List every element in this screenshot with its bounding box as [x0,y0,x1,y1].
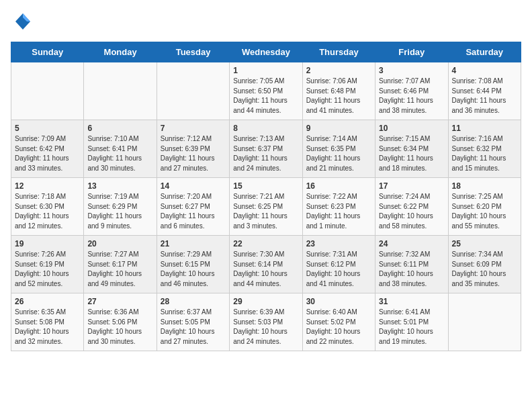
day-info: Sunrise: 7:16 AM Sunset: 6:32 PM Dayligh… [452,134,517,173]
day-number: 15 [233,181,298,191]
day-number: 10 [379,124,444,133]
calendar-cell: 12Sunrise: 7:18 AM Sunset: 6:30 PM Dayli… [11,178,84,236]
day-number: 24 [379,239,444,248]
day-number: 30 [306,297,371,306]
day-number: 26 [15,297,80,306]
day-number: 7 [161,124,226,133]
calendar-week-row: 5Sunrise: 7:09 AM Sunset: 6:42 PM Daylig… [11,120,521,178]
calendar-cell: 18Sunrise: 7:25 AM Sunset: 6:20 PM Dayli… [448,178,521,236]
day-info: Sunrise: 7:07 AM Sunset: 6:46 PM Dayligh… [379,77,444,116]
calendar-cell: 7Sunrise: 7:12 AM Sunset: 6:39 PM Daylig… [157,120,229,178]
logo-icon [15,12,30,34]
day-number: 13 [87,181,152,191]
day-info: Sunrise: 7:24 AM Sunset: 6:22 PM Dayligh… [379,192,444,231]
day-number: 6 [87,124,152,133]
day-number: 18 [452,181,517,191]
day-info: Sunrise: 7:10 AM Sunset: 6:41 PM Dayligh… [87,134,152,173]
day-number: 17 [379,181,444,191]
page-header [11,11,521,34]
calendar-header-row: SundayMondayTuesdayWednesdayThursdayFrid… [11,42,521,62]
calendar-cell: 19Sunrise: 7:26 AM Sunset: 6:19 PM Dayli… [11,236,84,293]
calendar-cell: 30Sunrise: 6:40 AM Sunset: 5:02 PM Dayli… [302,293,375,351]
logo [11,11,30,34]
day-info: Sunrise: 7:26 AM Sunset: 6:19 PM Dayligh… [15,250,80,289]
calendar-cell: 17Sunrise: 7:24 AM Sunset: 6:22 PM Dayli… [375,178,448,236]
calendar-cell: 22Sunrise: 7:30 AM Sunset: 6:14 PM Dayli… [230,236,302,293]
calendar-cell: 16Sunrise: 7:22 AM Sunset: 6:23 PM Dayli… [302,178,375,236]
day-info: Sunrise: 7:21 AM Sunset: 6:25 PM Dayligh… [233,192,298,231]
calendar-cell [448,293,521,351]
col-header-thursday: Thursday [302,42,375,62]
day-info: Sunrise: 6:40 AM Sunset: 5:02 PM Dayligh… [306,308,371,347]
day-info: Sunrise: 7:13 AM Sunset: 6:37 PM Dayligh… [233,134,298,173]
calendar-cell: 3Sunrise: 7:07 AM Sunset: 6:46 PM Daylig… [375,62,448,120]
day-info: Sunrise: 7:32 AM Sunset: 6:11 PM Dayligh… [379,250,444,289]
day-info: Sunrise: 6:41 AM Sunset: 5:01 PM Dayligh… [379,308,444,347]
col-header-saturday: Saturday [448,42,521,62]
day-number: 8 [233,124,298,133]
calendar-week-row: 1Sunrise: 7:05 AM Sunset: 6:50 PM Daylig… [11,62,521,120]
day-info: Sunrise: 7:15 AM Sunset: 6:34 PM Dayligh… [379,134,444,173]
day-info: Sunrise: 6:35 AM Sunset: 5:08 PM Dayligh… [15,308,80,347]
day-info: Sunrise: 7:19 AM Sunset: 6:29 PM Dayligh… [87,192,152,231]
calendar-cell: 31Sunrise: 6:41 AM Sunset: 5:01 PM Dayli… [375,293,448,351]
calendar-cell: 2Sunrise: 7:06 AM Sunset: 6:48 PM Daylig… [302,62,375,120]
calendar-cell: 15Sunrise: 7:21 AM Sunset: 6:25 PM Dayli… [230,178,302,236]
day-info: Sunrise: 7:05 AM Sunset: 6:50 PM Dayligh… [233,77,298,116]
day-number: 21 [161,239,226,248]
day-info: Sunrise: 7:34 AM Sunset: 6:09 PM Dayligh… [452,250,517,289]
day-number: 12 [15,181,80,191]
day-info: Sunrise: 7:18 AM Sunset: 6:30 PM Dayligh… [15,192,80,231]
calendar-cell: 4Sunrise: 7:08 AM Sunset: 6:44 PM Daylig… [448,62,521,120]
day-info: Sunrise: 7:31 AM Sunset: 6:12 PM Dayligh… [306,250,371,289]
calendar-cell: 8Sunrise: 7:13 AM Sunset: 6:37 PM Daylig… [230,120,302,178]
calendar-week-row: 19Sunrise: 7:26 AM Sunset: 6:19 PM Dayli… [11,236,521,293]
day-number: 2 [306,66,371,75]
calendar-cell: 6Sunrise: 7:10 AM Sunset: 6:41 PM Daylig… [84,120,157,178]
day-number: 28 [161,297,226,306]
calendar-cell: 9Sunrise: 7:14 AM Sunset: 6:35 PM Daylig… [302,120,375,178]
calendar-cell: 5Sunrise: 7:09 AM Sunset: 6:42 PM Daylig… [11,120,84,178]
day-number: 25 [452,239,517,248]
day-info: Sunrise: 6:37 AM Sunset: 5:05 PM Dayligh… [161,308,226,347]
day-info: Sunrise: 7:12 AM Sunset: 6:39 PM Dayligh… [161,134,226,173]
calendar-week-row: 12Sunrise: 7:18 AM Sunset: 6:30 PM Dayli… [11,178,521,236]
day-number: 23 [306,239,371,248]
day-info: Sunrise: 7:22 AM Sunset: 6:23 PM Dayligh… [306,192,371,231]
calendar-week-row: 26Sunrise: 6:35 AM Sunset: 5:08 PM Dayli… [11,293,521,351]
calendar-table: SundayMondayTuesdayWednesdayThursdayFrid… [11,42,521,351]
calendar-cell: 11Sunrise: 7:16 AM Sunset: 6:32 PM Dayli… [448,120,521,178]
calendar-cell: 27Sunrise: 6:36 AM Sunset: 5:06 PM Dayli… [84,293,157,351]
calendar-cell: 26Sunrise: 6:35 AM Sunset: 5:08 PM Dayli… [11,293,84,351]
day-info: Sunrise: 7:06 AM Sunset: 6:48 PM Dayligh… [306,77,371,116]
calendar-cell [11,62,84,120]
calendar-cell: 1Sunrise: 7:05 AM Sunset: 6:50 PM Daylig… [230,62,302,120]
day-number: 3 [379,66,444,75]
day-number: 5 [15,124,80,133]
day-number: 11 [452,124,517,133]
day-number: 9 [306,124,371,133]
day-info: Sunrise: 7:20 AM Sunset: 6:27 PM Dayligh… [161,192,226,231]
day-info: Sunrise: 7:27 AM Sunset: 6:17 PM Dayligh… [87,250,152,289]
calendar-cell: 24Sunrise: 7:32 AM Sunset: 6:11 PM Dayli… [375,236,448,293]
calendar-cell: 13Sunrise: 7:19 AM Sunset: 6:29 PM Dayli… [84,178,157,236]
calendar-cell: 28Sunrise: 6:37 AM Sunset: 5:05 PM Dayli… [157,293,229,351]
calendar-cell: 21Sunrise: 7:29 AM Sunset: 6:15 PM Dayli… [157,236,229,293]
day-info: Sunrise: 7:08 AM Sunset: 6:44 PM Dayligh… [452,77,517,116]
day-number: 20 [87,239,152,248]
day-info: Sunrise: 7:14 AM Sunset: 6:35 PM Dayligh… [306,134,371,173]
col-header-friday: Friday [375,42,448,62]
col-header-monday: Monday [84,42,157,62]
day-number: 22 [233,239,298,248]
day-number: 1 [233,66,298,75]
calendar-cell [157,62,229,120]
day-number: 27 [87,297,152,306]
day-number: 31 [379,297,444,306]
calendar-cell: 10Sunrise: 7:15 AM Sunset: 6:34 PM Dayli… [375,120,448,178]
day-number: 16 [306,181,371,191]
calendar-cell: 20Sunrise: 7:27 AM Sunset: 6:17 PM Dayli… [84,236,157,293]
day-info: Sunrise: 7:09 AM Sunset: 6:42 PM Dayligh… [15,134,80,173]
calendar-cell [84,62,157,120]
day-number: 19 [15,239,80,248]
day-info: Sunrise: 6:36 AM Sunset: 5:06 PM Dayligh… [87,308,152,347]
